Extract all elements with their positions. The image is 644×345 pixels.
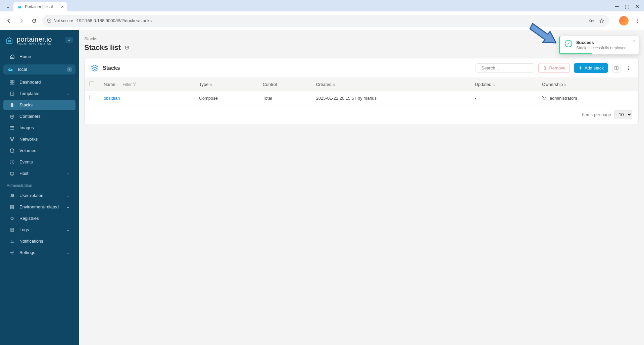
tab-dropdown-button[interactable]: [4, 3, 12, 11]
sidebar-item-events[interactable]: Events: [3, 157, 76, 167]
sidebar-section-admin: Administration: [0, 179, 79, 190]
toast-progress-bar: [560, 53, 592, 54]
svg-rect-2: [20, 6, 21, 7]
remove-label: Remove: [549, 65, 565, 70]
bookmark-star-icon[interactable]: [599, 18, 604, 23]
browser-tabs: Portainer | local × ─ ▢ ✕: [0, 0, 644, 11]
search-box[interactable]: ×: [476, 63, 534, 72]
svg-rect-7: [8, 69, 9, 70]
sidebar-item-templates[interactable]: Templates ⌄: [3, 89, 76, 99]
stack-name-link[interactable]: obsidian: [104, 96, 120, 101]
column-header-created[interactable]: Created⇅: [311, 78, 470, 91]
sidebar-item-label: Stacks: [19, 102, 33, 107]
sidebar-item-label: Templates: [19, 91, 39, 96]
stack-ownership: administrators: [542, 96, 634, 101]
address-url: 192.168.0.188:9000/#!/2/docker/stacks: [77, 18, 586, 23]
svg-point-23: [12, 194, 14, 196]
pagination-label: Items per page: [582, 112, 611, 117]
sidebar-item-settings[interactable]: Settings ⌄: [3, 248, 76, 258]
svg-rect-0: [18, 7, 21, 8]
logo[interactable]: portainer.io COMMUNITY EDITION: [5, 36, 52, 46]
breadcrumb[interactable]: Stacks: [84, 36, 639, 41]
sidebar-item-label: Logs: [19, 227, 29, 232]
sidebar-environment[interactable]: local ×: [3, 64, 76, 75]
sidebar: portainer.io COMMUNITY EDITION « Home lo…: [0, 30, 79, 345]
column-header-updated[interactable]: Updated⇅: [470, 78, 537, 91]
window-minimize-button[interactable]: ─: [614, 3, 620, 9]
sidebar-item-volumes[interactable]: Volumes: [3, 146, 76, 156]
column-header-control[interactable]: Control: [258, 78, 311, 91]
logo-subtitle: COMMUNITY EDITION: [17, 43, 52, 46]
security-indicator[interactable]: Not secure: [47, 18, 73, 23]
success-check-icon: ✓: [565, 40, 572, 47]
column-header-ownership[interactable]: Ownership⇅: [537, 78, 638, 91]
sidebar-item-logs[interactable]: Logs ⌄: [3, 225, 76, 235]
browser-reload-button[interactable]: [30, 16, 39, 26]
svg-rect-1: [18, 6, 19, 7]
tab-close-button[interactable]: ×: [61, 4, 64, 9]
column-header-type[interactable]: Type⇅: [194, 78, 258, 91]
profile-avatar[interactable]: [619, 16, 629, 26]
browser-back-button[interactable]: [4, 16, 13, 26]
sidebar-item-host[interactable]: Host ⌄: [3, 168, 76, 179]
security-label: Not secure: [54, 18, 73, 23]
window-maximize-button[interactable]: ▢: [624, 3, 630, 9]
address-bar[interactable]: Not secure 192.168.0.188:9000/#!/2/docke…: [42, 15, 609, 27]
add-stack-button[interactable]: Add stack: [574, 63, 608, 73]
sidebar-item-notifications[interactable]: Notifications: [3, 236, 76, 246]
svg-point-33: [628, 69, 629, 69]
sidebar-item-containers[interactable]: Containers: [3, 111, 76, 121]
page-size-select[interactable]: 10: [614, 110, 632, 119]
search-input[interactable]: [481, 65, 538, 70]
svg-rect-24: [10, 205, 14, 207]
stack-updated: -: [470, 91, 537, 105]
sidebar-collapse-button[interactable]: «: [65, 37, 73, 43]
svg-point-3: [590, 20, 592, 22]
svg-point-6: [637, 22, 638, 23]
sidebar-item-user-related[interactable]: User-related ⌄: [3, 191, 76, 201]
row-checkbox[interactable]: [89, 95, 94, 100]
sidebar-item-home[interactable]: Home: [3, 52, 76, 62]
remove-button[interactable]: Remove: [538, 63, 569, 73]
sort-icon: ⇅: [210, 83, 212, 87]
table-row[interactable]: obsidian Compose Total 2025-01-22 20:15:…: [85, 91, 638, 105]
window-close-button[interactable]: ✕: [634, 3, 640, 9]
svg-rect-10: [9, 68, 10, 69]
toast-close-button[interactable]: ×: [633, 39, 635, 44]
svg-point-27: [11, 252, 13, 253]
svg-rect-30: [617, 66, 618, 70]
table-menu-button[interactable]: [625, 66, 632, 70]
svg-point-5: [637, 20, 638, 21]
sidebar-item-environment-related[interactable]: Environment-related ⌄: [3, 202, 76, 212]
sidebar-item-images[interactable]: Images: [3, 123, 76, 133]
refresh-icon[interactable]: [124, 45, 130, 50]
chevron-down-icon: ⌄: [66, 193, 69, 198]
panel-header: Stacks × Remove Add stack: [85, 58, 638, 78]
svg-point-22: [11, 194, 12, 196]
password-key-icon[interactable]: [589, 18, 594, 23]
templates-icon: [9, 91, 15, 96]
page-title: Stacks list: [84, 43, 639, 52]
svg-rect-13: [10, 83, 12, 84]
column-header-name[interactable]: Name↓ Filter: [99, 78, 194, 91]
select-all-checkbox[interactable]: [89, 81, 94, 86]
toast-message: Stack successfully deployed: [576, 46, 627, 50]
sidebar-item-label: Containers: [19, 114, 41, 119]
stacks-table: Name↓ Filter Type⇅ Control Created⇅ Upda…: [85, 78, 638, 105]
columns-toggle-button[interactable]: [612, 64, 621, 72]
sidebar-item-dashboard[interactable]: Dashboard: [3, 77, 76, 87]
env-close-button[interactable]: ×: [67, 67, 72, 72]
chevron-down-icon: ⌄: [66, 205, 69, 209]
svg-rect-14: [12, 83, 14, 84]
filter-button[interactable]: Filter: [122, 82, 136, 87]
registries-icon: [9, 216, 15, 221]
sidebar-item-label: Environment-related: [19, 204, 59, 209]
browser-menu-button[interactable]: [635, 18, 640, 23]
sidebar-item-networks[interactable]: Networks: [3, 134, 76, 144]
app-root: portainer.io COMMUNITY EDITION « Home lo…: [0, 30, 644, 345]
docker-icon: [8, 67, 13, 72]
browser-forward-button[interactable]: [17, 16, 26, 26]
sidebar-item-stacks[interactable]: Stacks: [3, 100, 76, 110]
sidebar-item-registries[interactable]: Registries: [3, 213, 76, 224]
browser-tab[interactable]: Portainer | local ×: [13, 2, 67, 11]
